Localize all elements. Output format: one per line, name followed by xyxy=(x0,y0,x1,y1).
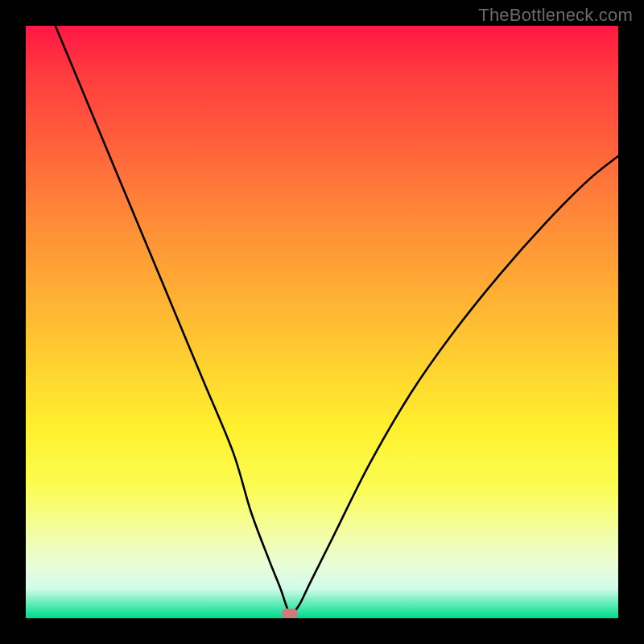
bottleneck-curve xyxy=(26,26,618,618)
watermark-text: TheBottleneck.com xyxy=(478,5,633,26)
plot-area xyxy=(26,26,618,618)
chart-frame: TheBottleneck.com xyxy=(0,0,644,644)
optimum-marker xyxy=(282,609,298,618)
